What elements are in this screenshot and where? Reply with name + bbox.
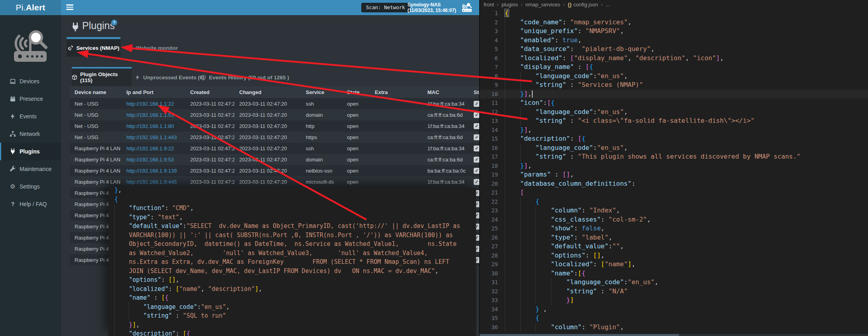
top-header: Pi.Alert Scan: Network Synology-NAS (11/… — [0, 0, 479, 15]
ip-port-link[interactable]: http://192.168.1.1:443 — [126, 134, 177, 140]
sidebar-item-help[interactable]: ? Help / FAQ — [0, 195, 61, 213]
breadcrumb-item[interactable]: ... — [606, 2, 610, 8]
code-line: }], — [108, 320, 476, 330]
table-cell: 2023-03-11 02:47:20 — [185, 157, 234, 163]
ip-port-cell: http://192.168.1.9:22 — [122, 145, 185, 151]
line-number: 25 — [480, 224, 505, 233]
sidebar-item-network[interactable]: Network — [0, 125, 61, 143]
ip-port-link[interactable]: http://192.168.1.1:53 — [126, 112, 174, 118]
ip-port-cell: http://192.168.1.1:53 — [122, 112, 185, 118]
status-checkbox[interactable]: ✓ — [474, 123, 479, 129]
line-number: 2 — [480, 18, 505, 27]
horizontal-scrollbar[interactable] — [480, 334, 868, 336]
column-header: State — [342, 89, 370, 95]
ip-port-cell: http://192.168.1.1:80 — [122, 123, 185, 129]
ip-port-link[interactable]: http://192.168.1.9:445 — [126, 179, 177, 185]
line-number: 21 — [480, 188, 505, 197]
code-line: 33 }] — [480, 296, 868, 305]
table-cell: open — [342, 134, 370, 140]
line-number: 28 — [480, 251, 505, 260]
ip-port-link[interactable]: http://192.168.1.9:53 — [126, 157, 174, 163]
sidebar-item-label: Maintenance — [20, 166, 51, 172]
status-checkbox[interactable]: ✓ — [474, 101, 479, 107]
editor-code-content[interactable]: 1{2 "code_name": "nmap_services",3 "uniq… — [480, 9, 868, 332]
sidebar-nav: Devices Presence Events Network Plugins … — [0, 73, 61, 213]
line-number: 3 — [480, 27, 505, 36]
code-line: 5 "data_source": "pialert-db-query", — [480, 45, 868, 54]
table-cell: ba:ba:ff:ca:ba:0c — [423, 168, 469, 174]
brand-logo[interactable]: Pi.Alert — [0, 0, 61, 15]
sidebar-item-settings[interactable]: ⚙ Settings — [0, 178, 61, 195]
ip-port-link[interactable]: http://192.168.1.1:80 — [126, 123, 174, 129]
line-number: 6 — [480, 54, 505, 63]
column-header: Service — [301, 89, 342, 95]
page-title: Plugins — [82, 20, 115, 31]
code-line: "options": [], — [108, 275, 476, 285]
table-cell: 2023-03-11 02:47:20 — [234, 179, 301, 185]
sidebar-item-events[interactable]: Events — [0, 108, 61, 125]
sidebar-item-presence[interactable]: Presence — [0, 90, 61, 108]
breadcrumb[interactable]: front›plugins›nmap_services›{}config.jso… — [480, 0, 868, 9]
ip-port-link[interactable]: http://192.168.1.9:22 — [126, 145, 174, 151]
breadcrumb-separator-icon: › — [601, 1, 603, 8]
code-line: 18 }], — [480, 161, 868, 171]
subtab-unprocessed-events[interactable]: Unprocessed Events (0) — [135, 69, 205, 86]
line-number: 24 — [480, 215, 505, 224]
table-cell: Raspberry Pi 4 LAN — [70, 145, 122, 151]
code-line: 34 } , — [480, 305, 868, 314]
status-checkbox[interactable]: ✓ — [474, 179, 479, 185]
sidebar-item-plugins[interactable]: Plugins — [0, 143, 61, 160]
code-line: "function": "CMD", — [108, 204, 476, 213]
code-line: "description": [{ — [108, 329, 476, 336]
plug-icon — [10, 148, 16, 155]
ip-port-cell: http://192.168.1.9:53 — [122, 157, 185, 163]
sidebar-item-label: Network — [20, 131, 40, 137]
ip-port-link[interactable]: http://192.168.1.1:22 — [126, 101, 174, 107]
host-name: Synology-NAS — [407, 2, 456, 8]
tab-services-nmap[interactable]: Services (NMAP) — [67, 39, 120, 57]
table-header: Device nameIp and PortCreatedChangedServ… — [70, 86, 479, 98]
status-checkbox[interactable]: ✓ — [474, 134, 479, 140]
ip-port-link[interactable]: http://192.168.1.9:139 — [126, 168, 177, 174]
plug-icon — [71, 22, 80, 32]
line-number: 22 — [480, 197, 505, 206]
cube-icon — [72, 75, 77, 80]
subtab-plugin-objects[interactable]: Plugin Objects (115) — [72, 69, 132, 86]
help-badge[interactable]: ? — [111, 20, 117, 26]
line-number: 31 — [480, 278, 505, 287]
table-cell: 1f:ba:ff:ca:ba:34 — [423, 101, 469, 107]
code-line: as Watched_Value2, 'null' as Watched_Val… — [108, 249, 476, 258]
breadcrumb-item[interactable]: plugins — [502, 2, 518, 8]
table-cell: open — [342, 179, 370, 185]
code-line: 8 "language_code":"en_us", — [480, 72, 868, 81]
table-cell: 1f:ba:ff:ca:ba:34 — [423, 123, 469, 129]
code-line: 25 "show": false, — [480, 224, 868, 233]
line-number: 12 — [480, 108, 505, 117]
table-row: Net - USGhttp://192.168.1.1:532023-03-11… — [70, 109, 479, 120]
column-header: MAC — [423, 89, 469, 95]
table-cell: 2023-03-11 02:47:20 — [185, 112, 234, 118]
status-checkbox[interactable]: ✓ — [474, 157, 479, 163]
tab-website-monitor[interactable]: Website monitor — [122, 39, 183, 57]
table-cell: Net - USG — [70, 112, 122, 118]
hamburger-icon[interactable] — [66, 4, 73, 11]
status-checkbox[interactable]: ✓ — [474, 112, 479, 118]
breadcrumb-item[interactable]: {}config.json — [568, 2, 598, 8]
breadcrumb-item[interactable]: front — [484, 2, 494, 8]
status-checkbox[interactable]: ✓ — [474, 168, 479, 174]
sidebar-item-maintenance[interactable]: Maintenance — [0, 160, 61, 178]
column-header: Changed — [234, 89, 301, 95]
table-cell: ssh — [301, 101, 342, 107]
table-cell: 2023-03-11 02:47:20 — [234, 134, 301, 140]
table-row: Net - USGhttp://192.168.1.1:802023-03-11… — [70, 120, 479, 132]
overlay-code-content: },{ "function": "CMD", "type": "text", "… — [108, 187, 476, 336]
subtab-events-history[interactable]: Events History (50 out of 1265 ) — [201, 69, 289, 86]
satellite-dish-icon — [67, 45, 73, 51]
table-cell: domain — [301, 157, 342, 163]
code-line: 29 "localized": ["name"], — [480, 260, 868, 269]
table-row: Raspberry Pi 4 LANhttp://192.168.1.9:532… — [70, 154, 479, 165]
sidebar-item-devices[interactable]: Devices — [0, 73, 61, 90]
status-checkbox[interactable]: ✓ — [474, 145, 479, 151]
table-cell: ca:ff:ff:ca:ba:6d — [423, 112, 469, 118]
breadcrumb-item[interactable]: nmap_services — [526, 2, 560, 8]
